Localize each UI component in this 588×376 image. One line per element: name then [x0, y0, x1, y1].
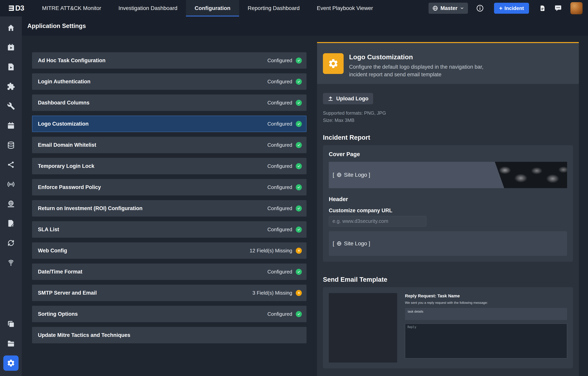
sidebar-item-automation[interactable] — [0, 233, 22, 253]
chat-button[interactable] — [554, 4, 562, 12]
settings-item-status: Configured — [267, 142, 292, 148]
settings-item-label: Return on Investment (ROI) Configuration — [38, 205, 267, 211]
sidebar-item-scheduled-tasks[interactable] — [0, 38, 22, 57]
sidebar-item-home[interactable] — [0, 18, 22, 38]
upload-logo-button[interactable]: Upload Logo — [323, 93, 373, 104]
settings-gear-icon — [7, 359, 15, 367]
settings-item-label: Date/Time Format — [38, 269, 267, 275]
reply-textarea-preview: Reply — [405, 324, 567, 358]
user-avatar[interactable] — [570, 2, 583, 14]
nav-item-event-playbook-viewer[interactable]: Event Playbook Viewer — [308, 0, 381, 16]
settings-item-status: Configured — [267, 227, 292, 232]
nav-item-configuration[interactable]: Configuration — [186, 0, 239, 16]
site-logo-text: Site Logo ] — [344, 240, 370, 247]
task-details-box: task details — [405, 308, 567, 320]
share-nodes-icon — [7, 161, 15, 169]
settings-item-label: Web Config — [38, 248, 250, 254]
sync-icon — [7, 239, 15, 247]
sidebar-item-event-intake[interactable] — [0, 175, 22, 194]
settings-item-status: Configured — [267, 57, 292, 64]
sidebar-item-utilities[interactable] — [0, 96, 22, 116]
sidebar-item-integrations[interactable] — [0, 77, 22, 96]
bracket-open: [ — [333, 172, 334, 178]
email-subject: Reply Request: Task Name — [405, 293, 567, 299]
folder-icon — [7, 339, 15, 348]
settings-item-smtp-server-and-email[interactable]: SMTP Server and Email 3 Field(s) Missing — [32, 285, 306, 301]
cover-page-label: Cover Page — [329, 151, 567, 157]
d3-logo-icon — [9, 5, 14, 11]
nav-item-investigation-dashboard[interactable]: Investigation Dashboard — [110, 0, 186, 16]
settings-item-ad-hoc-task-configuration[interactable]: Ad Hoc Task Configuration Configured — [32, 52, 306, 69]
settings-item-date-time-format[interactable]: Date/Time Format Configured — [32, 264, 306, 280]
status-ok-icon — [296, 121, 302, 127]
home-icon — [7, 24, 15, 32]
status-ok-icon — [296, 227, 302, 232]
site-logo-text: Site Logo ] — [344, 172, 370, 178]
globe-icon — [432, 5, 438, 11]
nav-item-mitre-attck-monitor[interactable]: MITRE ATT&CK Monitor — [33, 0, 110, 16]
nav-item-reporting-dashboard[interactable]: Reporting Dashboard — [239, 0, 308, 16]
settings-item-dashboard-columns[interactable]: Dashboard Columns Configured — [32, 95, 306, 111]
settings-item-enforce-password-policy[interactable]: Enforce Password Policy Configured — [32, 179, 306, 195]
status-ok-icon — [296, 57, 302, 64]
detail-header-text: Logo Customization Configure the default… — [349, 53, 488, 78]
plus-icon: + — [499, 5, 503, 11]
settings-item-status: Configured — [267, 311, 292, 317]
left-icon-sidebar — [0, 16, 22, 376]
settings-item-login-authentication[interactable]: Login Authentication Configured — [32, 73, 306, 90]
sidebar-item-identity[interactable] — [0, 253, 22, 272]
new-incident-button[interactable]: + Incident — [494, 3, 529, 14]
supported-formats: Supported formats: PNG, JPG — [323, 109, 573, 117]
sidebar-item-connections[interactable] — [0, 155, 22, 175]
settings-item-label: Login Authentication — [38, 79, 267, 85]
sidebar-item-forms[interactable] — [0, 214, 22, 233]
settings-item-update-mitre-tactics[interactable]: Update Mitre Tactics and Techniques — [32, 327, 306, 343]
settings-item-web-config[interactable]: Web Config 12 Field(s) Missing — [32, 242, 306, 259]
settings-item-logo-customization[interactable]: Logo Customization Configured — [32, 116, 306, 132]
page-title: Application Settings — [27, 22, 86, 30]
master-label: Master — [441, 5, 458, 11]
settings-item-label: SMTP Server and Email — [38, 290, 252, 296]
incident-report-heading: Incident Report — [323, 134, 573, 141]
release-notes-button[interactable] — [539, 4, 546, 12]
settings-list: Ad Hoc Task Configuration Configured Log… — [32, 52, 306, 348]
status-missing-icon — [296, 290, 302, 296]
logo-customization-badge — [323, 53, 344, 74]
d3-logo[interactable]: D3 — [0, 4, 24, 12]
settings-item-label: Sorting Options — [38, 311, 267, 317]
sidebar-item-web-services[interactable] — [0, 194, 22, 214]
settings-item-status: Configured — [267, 163, 292, 169]
sidebar-item-windows[interactable] — [0, 314, 22, 334]
settings-item-email-domain-whitelist[interactable]: Email Domain Whitelist Configured — [32, 137, 306, 153]
cover-page-artwork — [495, 162, 567, 188]
fingerprint-icon — [7, 258, 15, 267]
email-logo-preview — [329, 293, 397, 363]
settings-item-sla-list[interactable]: SLA List Configured — [32, 221, 306, 238]
settings-item-roi-configuration[interactable]: Return on Investment (ROI) Configuration… — [32, 200, 306, 217]
status-ok-icon — [296, 205, 302, 211]
send-email-template-card: Reply Request: Task Name We sent you a r… — [323, 287, 573, 368]
settings-item-status: Configured — [267, 205, 292, 211]
settings-item-sorting-options[interactable]: Sorting Options Configured — [32, 306, 306, 322]
status-missing-icon — [296, 248, 302, 254]
settings-item-temporary-login-lock[interactable]: Temporary Login Lock Configured — [32, 158, 306, 174]
sidebar-item-settings[interactable] — [0, 353, 22, 373]
sidebar-item-calendar[interactable] — [0, 116, 22, 135]
settings-item-status: Configured — [267, 79, 292, 85]
calendar-play-icon — [7, 43, 15, 51]
info-icon — [476, 4, 484, 12]
bracket-open: [ — [333, 240, 334, 247]
site-logo-placeholder: [ Site Logo ] — [333, 172, 370, 178]
email-template-preview: Reply Request: Task Name We sent you a r… — [405, 293, 567, 363]
copy-icon — [7, 320, 15, 328]
company-url-input[interactable] — [329, 216, 426, 227]
sidebar-item-file-manager[interactable] — [0, 334, 22, 353]
top-nav: D3 MITRE ATT&CK Monitor Investigation Da… — [0, 0, 588, 16]
gear-icon — [328, 58, 339, 69]
sidebar-item-playbooks[interactable] — [0, 57, 22, 77]
sidebar-item-data-sources[interactable] — [0, 135, 22, 155]
logo-customization-panel: Logo Customization Configure the default… — [317, 42, 579, 376]
info-button[interactable] — [476, 4, 484, 12]
size-limit: Size: Max 3MB — [323, 117, 573, 124]
master-site-dropdown[interactable]: Master — [429, 3, 468, 14]
